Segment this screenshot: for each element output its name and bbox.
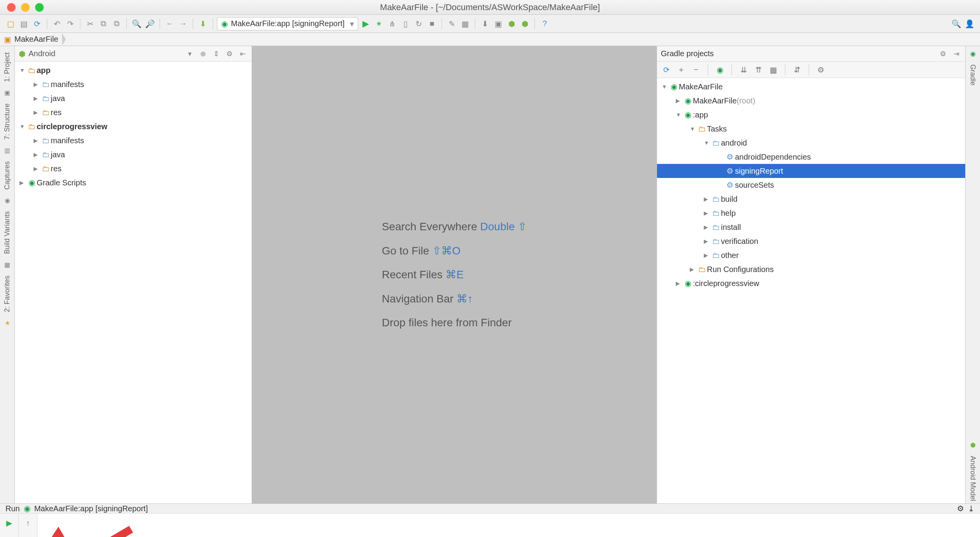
forward-icon[interactable]: → [177, 18, 189, 30]
tree-arrow-icon[interactable]: ▶ [34, 109, 41, 116]
project-view-mode[interactable]: Android [28, 49, 181, 58]
gradle-tree-row[interactable]: ▶🗀other [657, 248, 965, 262]
hide-icon[interactable]: ⇥ [951, 49, 961, 59]
tree-arrow-icon[interactable]: ▶ [34, 137, 41, 144]
tree-arrow-icon[interactable]: ▶ [34, 165, 41, 172]
sdk-manager-icon[interactable]: ⬢ [519, 18, 531, 30]
tree-row[interactable]: ▼🗀circleprogressview [15, 119, 252, 133]
tree-row[interactable]: ▶🗀manifests [15, 133, 252, 148]
project-tree[interactable]: ▼🗀app▶🗀manifests▶🗀java▶🗀res▼🗀circleprogr… [15, 62, 252, 503]
tree-row[interactable]: ▶🗀java [15, 148, 252, 162]
coverage-icon[interactable]: ↻ [413, 18, 424, 30]
run-config-combo[interactable]: ◉ MakeAarFile:app [signingReport] ▾ [217, 17, 358, 30]
layout-icon[interactable]: ▦ [459, 18, 471, 30]
stop-button[interactable]: ■ [3, 533, 16, 537]
side-tab-project[interactable]: 1: Project [2, 50, 12, 84]
window-close-button[interactable] [7, 3, 16, 12]
target-icon[interactable]: ⊕ [198, 49, 208, 59]
expand-icon[interactable]: ⇊ [738, 64, 749, 75]
window-minimize-button[interactable] [21, 3, 30, 12]
rerun-button[interactable]: ▶ [3, 517, 16, 529]
tree-row[interactable]: ▶◉Gradle Scripts [15, 176, 252, 190]
gradle-tree[interactable]: ▼◉MakeAarFile▶◉MakeAarFile (root)▼◉:app▼… [657, 78, 965, 503]
hide-icon[interactable]: ⇤ [238, 49, 248, 59]
gradle-tree-row[interactable]: ▶🗀Run Configurations [657, 262, 965, 276]
breadcrumb[interactable]: ▣ MakeAarFile [0, 33, 980, 46]
gradle-tree-row[interactable]: ▶🗀verification [657, 234, 965, 248]
refresh-icon[interactable]: ⟳ [661, 64, 672, 75]
side-tab-structure[interactable]: 7: Structure [2, 101, 12, 142]
cut-icon[interactable]: ✂ [84, 18, 96, 30]
tools-icon[interactable]: ✎ [446, 18, 458, 30]
gradle-tree-row[interactable]: ⚙sourceSets [657, 178, 965, 192]
tree-arrow-icon[interactable]: ▶ [34, 81, 41, 87]
stop-button[interactable]: ■ [426, 18, 438, 30]
tree-row[interactable]: ▶🗀java [15, 91, 252, 105]
redo-icon[interactable]: ↷ [64, 18, 76, 30]
android-icon[interactable]: ⬢ [506, 18, 517, 30]
tree-arrow-icon[interactable]: ▼ [20, 67, 27, 73]
gradle-tree-row[interactable]: ▶◉MakeAarFile (root) [657, 94, 965, 108]
tree-arrow-icon[interactable]: ▶ [704, 238, 711, 244]
tree-row[interactable]: ▶🗀manifests [15, 77, 252, 91]
attach-debugger-icon[interactable]: ⋔ [386, 18, 398, 30]
gradle-tree-row[interactable]: ▼🗀android [657, 136, 965, 150]
search-everywhere-icon[interactable]: 🔍 [950, 18, 962, 30]
side-tab-android-model[interactable]: Android Model [968, 453, 978, 503]
settings-icon[interactable]: ⚙ [815, 64, 826, 75]
debug-button[interactable]: ✴ [373, 18, 385, 30]
paste-icon[interactable]: ⧉ [111, 18, 123, 30]
offline-icon[interactable]: ⇵ [792, 64, 802, 75]
up-icon[interactable]: ↑ [22, 517, 34, 529]
gradle-tree-row[interactable]: ▶🗀help [657, 206, 965, 220]
execute-icon[interactable]: ◉ [714, 64, 725, 75]
back-icon[interactable]: ← [164, 18, 176, 30]
device-icon[interactable]: ▯ [399, 18, 411, 30]
tree-arrow-icon[interactable]: ▼ [676, 112, 683, 118]
tree-arrow-icon[interactable]: ▼ [704, 140, 711, 146]
run-output[interactable]: ----------Variant: debugConfig: debugSto… [37, 514, 980, 537]
tree-arrow-icon[interactable]: ▶ [704, 252, 711, 258]
tree-arrow-icon[interactable]: ▼ [662, 84, 669, 90]
open-icon[interactable]: ▢ [5, 18, 16, 30]
tree-arrow-icon[interactable]: ▶ [20, 180, 27, 186]
collapse-icon[interactable]: ⇕ [211, 49, 221, 59]
tree-arrow-icon[interactable]: ▶ [676, 280, 683, 286]
find-icon[interactable]: 🔍 [131, 18, 142, 30]
save-icon[interactable]: ▤ [18, 18, 30, 30]
undo-icon[interactable]: ↶ [51, 18, 63, 30]
hide-icon[interactable]: ⤓ [968, 504, 975, 513]
tree-arrow-icon[interactable]: ▶ [704, 196, 711, 202]
tree-arrow-icon[interactable]: ▶ [690, 266, 697, 272]
run-button[interactable]: ▶ [360, 18, 371, 30]
link-icon[interactable]: ▦ [768, 64, 779, 75]
gradle-tree-row[interactable]: ▼◉:app [657, 108, 965, 122]
tree-arrow-icon[interactable]: ▼ [20, 123, 27, 130]
replace-icon[interactable]: 🔎 [144, 18, 156, 30]
tree-arrow-icon[interactable]: ▶ [676, 98, 683, 104]
gradle-tree-row[interactable]: ▼🗀Tasks [657, 122, 965, 136]
help-icon[interactable]: ? [539, 18, 550, 30]
tree-row[interactable]: ▶🗀res [15, 162, 252, 176]
tree-arrow-icon[interactable]: ▶ [34, 95, 41, 101]
side-tab-gradle[interactable]: Gradle [968, 62, 978, 88]
plus-icon[interactable]: ＋ [676, 64, 687, 75]
tree-arrow-icon[interactable]: ▶ [704, 224, 711, 230]
side-tab-favorites[interactable]: 2: Favorites [2, 273, 12, 315]
user-icon[interactable]: 👤 [964, 18, 975, 30]
down-icon[interactable]: ↓ [22, 533, 34, 537]
gradle-tree-row[interactable]: ▶🗀install [657, 220, 965, 234]
gradle-tree-row[interactable]: ⚙androidDependencies [657, 150, 965, 164]
gradle-tree-row[interactable]: ▶◉:circleprogressview [657, 276, 965, 290]
gear-icon[interactable]: ⚙ [938, 49, 948, 59]
tree-arrow-icon[interactable]: ▶ [34, 151, 41, 158]
gear-icon[interactable]: ⚙ [957, 504, 964, 513]
minus-icon[interactable]: − [691, 64, 701, 75]
chevron-down-icon[interactable]: ▾ [185, 49, 195, 59]
window-maximize-button[interactable] [35, 3, 44, 12]
tree-row[interactable]: ▼🗀app [15, 63, 252, 77]
download-icon[interactable]: ⬇ [479, 18, 491, 30]
gradle-tree-row[interactable]: ▶🗀build [657, 192, 965, 206]
collapse-icon[interactable]: ⇈ [753, 64, 764, 75]
side-tab-build-variants[interactable]: Build Variants [2, 209, 12, 256]
